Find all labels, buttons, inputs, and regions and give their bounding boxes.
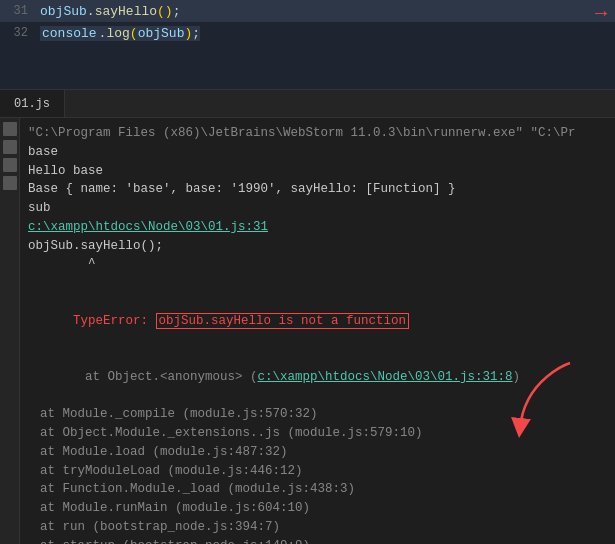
- console-line-command: "C:\Program Files (x86)\JetBrains\WebSto…: [28, 124, 607, 143]
- console-line-base: base: [28, 143, 607, 162]
- console-line-objsub-call: objSub.sayHello();: [28, 237, 607, 256]
- console-stack-5: at tryModuleLoad (module.js:446:12): [28, 462, 607, 481]
- line-number-32: 32: [10, 26, 40, 40]
- tab-01js[interactable]: 01.js: [0, 90, 65, 117]
- arrow-indicator-right: ←: [595, 2, 607, 25]
- console-stack-6: at Function.Module._load (module.js:438:…: [28, 480, 607, 499]
- console-stack-7: at Module.runMain (module.js:604:10): [28, 499, 607, 518]
- code-editor: 31 objSub.sayHello(); ← 32 console.log(o…: [0, 0, 615, 90]
- sidebar-icons: [0, 118, 20, 544]
- sidebar-icon-3[interactable]: [3, 158, 17, 172]
- code-line-31: 31 objSub.sayHello(); ←: [0, 0, 615, 22]
- console-stack-9: at startup (bootstrap_node.js:149:9): [28, 537, 607, 545]
- console-line-base-obj: Base { name: 'base', base: '1990', sayHe…: [28, 180, 607, 199]
- tab-bar: 01.js: [0, 90, 615, 118]
- console-area: "C:\Program Files (x86)\JetBrains\WebSto…: [0, 118, 615, 544]
- error-message-highlight: objSub.sayHello is not a function: [156, 313, 410, 329]
- console-line-hello-base: Hello base: [28, 162, 607, 181]
- console-line-sub: sub: [28, 199, 607, 218]
- code-line-32: 32 console.log(objSub);: [0, 22, 615, 44]
- console-line-caret: ^: [28, 255, 607, 274]
- console-line-empty: [28, 274, 607, 293]
- console-stack-3: at Object.Module._extensions..js (module…: [28, 424, 607, 443]
- sidebar-icon-1[interactable]: [3, 122, 17, 136]
- console-stack-2: at Module._compile (module.js:570:32): [28, 405, 607, 424]
- code-line-31-content: objSub.sayHello();: [40, 4, 180, 19]
- code-line-32-content: console.log(objSub);: [40, 26, 200, 41]
- sidebar-icon-4[interactable]: [3, 176, 17, 190]
- error-type-label: TypeError:: [73, 314, 156, 328]
- tab-label: 01.js: [14, 97, 50, 111]
- console-line-typeerror: TypeError: objSub.sayHello is not a func…: [28, 293, 607, 349]
- sidebar-icon-2[interactable]: [3, 140, 17, 154]
- console-output: "C:\Program Files (x86)\JetBrains\WebSto…: [20, 118, 615, 544]
- console-stack-4: at Module.load (module.js:487:32): [28, 443, 607, 462]
- console-stack-1: at Object.<anonymous> (c:\xampp\htdocs\N…: [28, 349, 607, 405]
- line-number-31: 31: [10, 4, 40, 18]
- stack-link-1[interactable]: c:\xampp\htdocs\Node\03\01.js:31:8: [258, 370, 513, 384]
- console-line-file-link[interactable]: c:\xampp\htdocs\Node\03\01.js:31: [28, 218, 607, 237]
- console-stack-8: at run (bootstrap_node.js:394:7): [28, 518, 607, 537]
